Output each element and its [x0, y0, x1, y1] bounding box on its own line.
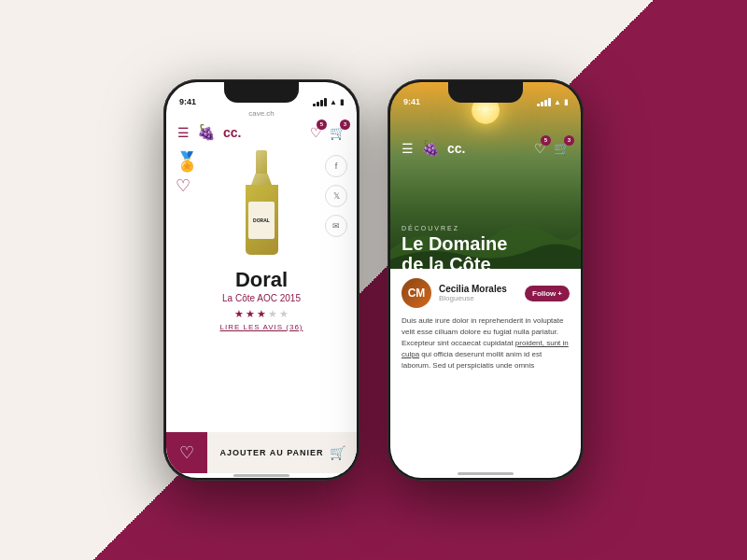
bottle-label: DORAL: [248, 202, 275, 239]
domaine-title: Le Domaine de la Côte: [402, 233, 570, 274]
add-to-cart-label: AJOUTER AU PANIER: [219, 448, 323, 457]
phone-2: 9:41 ▲ ▮ cave.ch ☰ 🍇 cc. ♡: [388, 79, 584, 481]
wifi-icon: ▲: [330, 98, 337, 106]
star-4: ★: [268, 308, 277, 320]
add-to-wishlist-button[interactable]: ♡: [166, 432, 207, 473]
hero-text-area: DÉCOUVREZ Le Domaine de la Côte: [390, 217, 581, 478]
logo-text-1: cc.: [223, 125, 241, 140]
nav-bar-1: ☰ 🍇 cc. ♡ 5 🛒 3: [166, 119, 357, 146]
logo-text-2: cc.: [447, 141, 465, 156]
grape-icon-2: 🍇: [421, 139, 440, 157]
cart-badge-2: 3: [564, 135, 574, 146]
cart-badge-1: 3: [340, 119, 350, 130]
home-bar-1: [233, 474, 289, 477]
time-1: 9:41: [179, 97, 196, 106]
wishlist-button-1[interactable]: ♡ 5: [310, 124, 322, 141]
star-3: ★: [257, 308, 266, 320]
wishlist-badge-2: 5: [541, 135, 551, 146]
cart-button-2[interactable]: 🛒 3: [554, 140, 570, 157]
wishlist-heart-icon: ♡: [179, 442, 194, 463]
facebook-icon[interactable]: f: [325, 155, 347, 177]
home-indicator-1: [166, 473, 357, 478]
bottle-body: DORAL: [246, 185, 278, 255]
domaine-line-1: Le Domaine: [402, 233, 507, 254]
phone-1: 9:41 ▲ ▮ cave.ch ☰ 🍇 cc. ♡: [163, 79, 359, 481]
nav-icons-2: ♡ 5 🛒 3: [534, 140, 570, 157]
discover-label: DÉCOUVREZ: [402, 225, 570, 231]
hamburger-icon-1[interactable]: ☰: [177, 125, 190, 140]
cart-button-1[interactable]: 🛒 3: [330, 124, 345, 141]
star-2: ★: [246, 308, 255, 320]
url-bar-1: cave.ch: [166, 108, 357, 119]
star-5: ★: [279, 308, 289, 320]
phone-2-screen: 9:41 ▲ ▮ cave.ch ☰ 🍇 cc. ♡: [390, 82, 581, 478]
grape-icon-1: 🍇: [197, 123, 216, 141]
award-icon: 🏅: [176, 150, 199, 173]
twitter-icon[interactable]: 𝕏: [325, 185, 347, 207]
bottle-shoulder: [251, 174, 272, 185]
wishlist-button-2[interactable]: ♡ 5: [534, 140, 546, 157]
reviews-link[interactable]: LIRE LES AVIS (36): [220, 323, 303, 331]
bottle-neck: [256, 150, 267, 174]
phone-1-screen: 9:41 ▲ ▮ cave.ch ☰ 🍇 cc. ♡: [166, 82, 357, 478]
notch-1: [224, 82, 299, 103]
wishlist-badge-1: 5: [317, 119, 327, 130]
cart-icon-bottom: 🛒: [330, 445, 345, 460]
bottle-label-text: DORAL: [253, 217, 270, 223]
add-to-cart-button[interactable]: AJOUTER AU PANIER 🛒: [207, 432, 357, 473]
url-bar-2: cave.ch: [390, 103, 581, 113]
product-content: 🏅 ♡ f 𝕏 ✉ DORAL Doral La Côte AOC 2015: [166, 146, 357, 432]
wine-bottle-image: DORAL: [238, 150, 285, 262]
status-icons-1: ▲ ▮: [313, 98, 344, 106]
email-icon[interactable]: ✉: [325, 215, 347, 237]
social-share-icons: f 𝕏 ✉: [325, 155, 347, 237]
domaine-line-2: de la Côte: [402, 254, 491, 274]
wine-subtitle: La Côte AOC 2015: [222, 293, 301, 303]
star-1: ★: [234, 308, 244, 320]
bottom-action-bar: ♡ AJOUTER AU PANIER 🛒: [166, 432, 357, 473]
wine-name: Doral: [235, 268, 288, 292]
battery-icon: ▮: [340, 98, 344, 106]
hamburger-icon-2[interactable]: ☰: [402, 141, 414, 156]
nav-bar-2: ☰ 🍇 cc. ♡ 5 🛒 3: [390, 134, 581, 161]
wine-rating: ★ ★ ★ ★ ★: [234, 308, 289, 320]
signal-icon: [313, 98, 327, 106]
nav-icons-1: ♡ 5 🛒 3: [310, 124, 345, 141]
favorite-icon[interactable]: ♡: [176, 175, 190, 196]
